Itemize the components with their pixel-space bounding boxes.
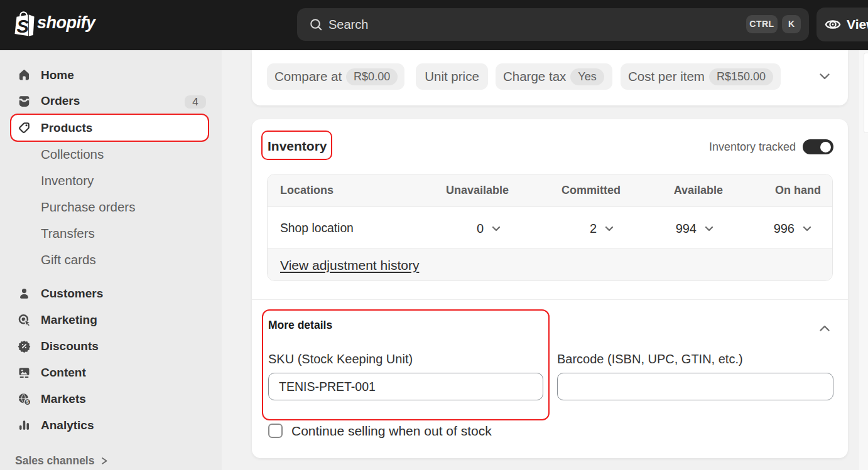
svg-text:S: S	[17, 16, 30, 36]
svg-text:$: $	[26, 399, 30, 405]
